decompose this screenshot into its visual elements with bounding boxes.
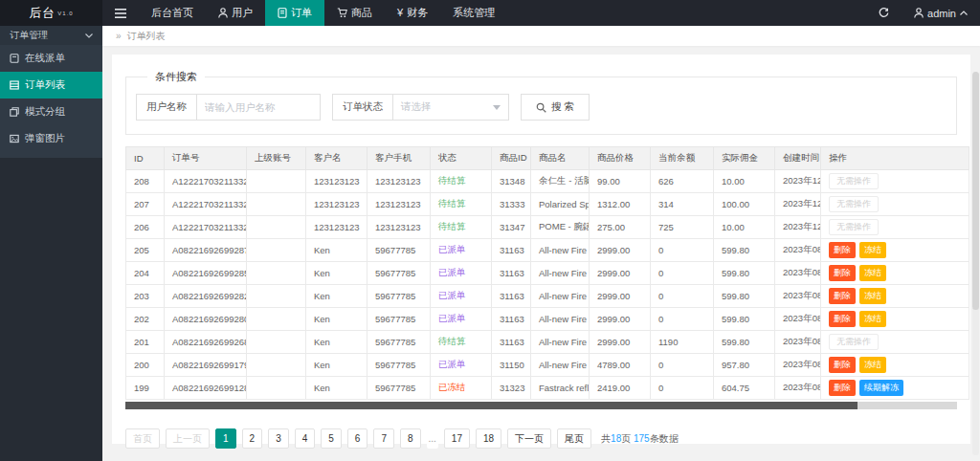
sidebar-item-label: 在线派单 bbox=[25, 52, 65, 65]
delete-button[interactable]: 删除 bbox=[829, 380, 856, 396]
cell-customer-phone: 59677785 bbox=[368, 331, 431, 354]
cell-current-balance: 0 bbox=[651, 354, 714, 377]
pagination-page-4[interactable]: 4 bbox=[295, 428, 316, 449]
cell-product-id: 31163 bbox=[492, 285, 531, 308]
pagination-next[interactable]: 下一页 bbox=[507, 428, 551, 449]
user-name: admin bbox=[927, 8, 956, 19]
layers-icon bbox=[10, 107, 19, 117]
cell-product-id: 31347 bbox=[492, 216, 531, 239]
status-badge: 待结算 bbox=[431, 216, 492, 239]
status-badge: 已冻结 bbox=[431, 377, 492, 400]
order-status-select[interactable]: 请选择 bbox=[393, 95, 508, 120]
user-menu[interactable]: admin bbox=[902, 0, 980, 26]
chevron-up-icon bbox=[960, 11, 968, 15]
cell-current-balance: 725 bbox=[651, 216, 714, 239]
column-header-3: 客户名 bbox=[306, 147, 368, 170]
username-input[interactable] bbox=[197, 95, 320, 120]
cell-order-no: A08221692699287580 bbox=[165, 239, 247, 262]
delete-button[interactable]: 删除 bbox=[829, 357, 856, 373]
cell-product-name: POME - 腕錶... bbox=[531, 216, 590, 239]
pagination-page-18[interactable]: 18 bbox=[476, 428, 501, 449]
nav-item-0[interactable]: 后台首页 bbox=[139, 0, 206, 26]
search-button[interactable]: 搜 索 bbox=[521, 94, 590, 121]
cell-product-id: 31163 bbox=[492, 262, 531, 285]
freeze-button[interactable]: 冻结 bbox=[859, 242, 886, 258]
delete-button[interactable]: 删除 bbox=[829, 288, 856, 304]
cell-id: 201 bbox=[126, 331, 165, 354]
search-icon bbox=[536, 102, 546, 113]
freeze-button[interactable]: 冻结 bbox=[859, 311, 886, 327]
delete-button[interactable]: 删除 bbox=[829, 265, 856, 281]
sidebar-item-3[interactable]: 弹窗图片 bbox=[0, 125, 102, 152]
table-row: 201A08221692699268590Ken59677785待结算31163… bbox=[126, 331, 969, 354]
list-icon bbox=[10, 80, 19, 90]
status-badge: 已派单 bbox=[431, 285, 492, 308]
cell-parent-account bbox=[247, 216, 306, 239]
unfreeze-button[interactable]: 续期解冻 bbox=[859, 380, 903, 396]
pagination-ellipsis: ... bbox=[427, 428, 438, 449]
cell-created-time: 2023年12月 bbox=[775, 170, 821, 193]
breadcrumb-current: 订单列表 bbox=[127, 30, 166, 43]
cell-actual-commission: 10.00 bbox=[714, 216, 775, 239]
pagination-page-8[interactable]: 8 bbox=[400, 428, 421, 449]
sidebar-item-0[interactable]: 在线派单 bbox=[0, 45, 102, 72]
refresh-button[interactable] bbox=[866, 0, 902, 26]
horizontal-scrollbar[interactable] bbox=[125, 402, 957, 409]
cell-actions: 无需操作 bbox=[821, 331, 969, 354]
cell-order-no: A12221703211332262 bbox=[165, 193, 247, 216]
delete-button[interactable]: 删除 bbox=[829, 242, 856, 258]
freeze-button[interactable]: 冻结 bbox=[859, 265, 886, 281]
pagination-page-1[interactable]: 1 bbox=[215, 428, 236, 449]
cell-id: 199 bbox=[126, 377, 165, 400]
sidebar-item-2[interactable]: 模式分组 bbox=[0, 99, 102, 125]
cell-actions: 删除冻结 bbox=[821, 285, 969, 308]
cell-order-no: A12221703211332270 bbox=[165, 170, 247, 193]
search-legend: 条件搜索 bbox=[147, 70, 205, 84]
cell-customer-phone: 59677785 bbox=[368, 308, 431, 331]
pagination-page-7[interactable]: 7 bbox=[373, 428, 394, 449]
cell-actual-commission: 599.80 bbox=[714, 308, 775, 331]
cell-customer-name: Ken bbox=[306, 262, 368, 285]
vertical-scrollbar-thumb[interactable] bbox=[972, 72, 979, 310]
table-row: 199A08221692699128810Ken59677785已冻结31323… bbox=[126, 377, 969, 400]
pagination-last[interactable]: 尾页 bbox=[557, 428, 591, 449]
horizontal-scrollbar-thumb[interactable] bbox=[125, 402, 858, 409]
pagination-page-3[interactable]: 3 bbox=[268, 428, 289, 449]
delete-button[interactable]: 删除 bbox=[829, 311, 856, 327]
no-action-button: 无需操作 bbox=[829, 334, 879, 350]
cell-current-balance: 0 bbox=[651, 308, 714, 331]
nav-item-1[interactable]: 用户 bbox=[206, 0, 265, 26]
status-badge: 已派单 bbox=[431, 262, 492, 285]
cell-created-time: 2023年08月 bbox=[775, 308, 821, 331]
cell-customer-phone: 59677785 bbox=[368, 354, 431, 377]
username-field-group: 用户名称 bbox=[136, 94, 321, 121]
cell-actual-commission: 100.00 bbox=[714, 193, 775, 216]
order-status-field-group: 订单状态 请选择 bbox=[332, 94, 509, 121]
cell-actual-commission: 10.00 bbox=[714, 170, 775, 193]
main-area: » 订单列表 条件搜索 用户名称 订单状态 请选择 bbox=[102, 26, 980, 461]
cell-product-name: All-new Fire T... bbox=[531, 285, 590, 308]
cell-current-balance: 0 bbox=[651, 239, 714, 262]
freeze-button[interactable]: 冻结 bbox=[859, 288, 886, 304]
cell-order-no: A08221692699128810 bbox=[165, 377, 247, 400]
cell-parent-account bbox=[247, 239, 306, 262]
nav-item-4[interactable]: ¥财务 bbox=[385, 0, 440, 26]
nav-item-5[interactable]: 系统管理 bbox=[440, 0, 507, 26]
pagination-page-2[interactable]: 2 bbox=[242, 428, 263, 449]
nav-item-2[interactable]: 订单 bbox=[265, 0, 324, 26]
nav-item-label: 订单 bbox=[291, 6, 312, 20]
pagination-page-17[interactable]: 17 bbox=[444, 428, 470, 449]
cell-customer-name: 123123123 bbox=[306, 216, 368, 239]
cell-current-balance: 0 bbox=[651, 285, 714, 308]
cell-id: 200 bbox=[126, 354, 165, 377]
nav-item-3[interactable]: 商品 bbox=[324, 0, 385, 26]
sidebar-item-1[interactable]: 订单列表 bbox=[0, 72, 102, 99]
vertical-scrollbar[interactable] bbox=[972, 72, 979, 455]
freeze-button[interactable]: 冻结 bbox=[859, 357, 886, 373]
menu-collapse-button[interactable] bbox=[102, 0, 139, 26]
sidebar-group-order-management[interactable]: 订单管理 bbox=[0, 26, 102, 45]
pagination-page-6[interactable]: 6 bbox=[347, 428, 368, 449]
cell-product-name: All-new Fire T... bbox=[531, 331, 590, 354]
pagination-page-5[interactable]: 5 bbox=[321, 428, 342, 449]
no-action-button: 无需操作 bbox=[829, 173, 879, 189]
